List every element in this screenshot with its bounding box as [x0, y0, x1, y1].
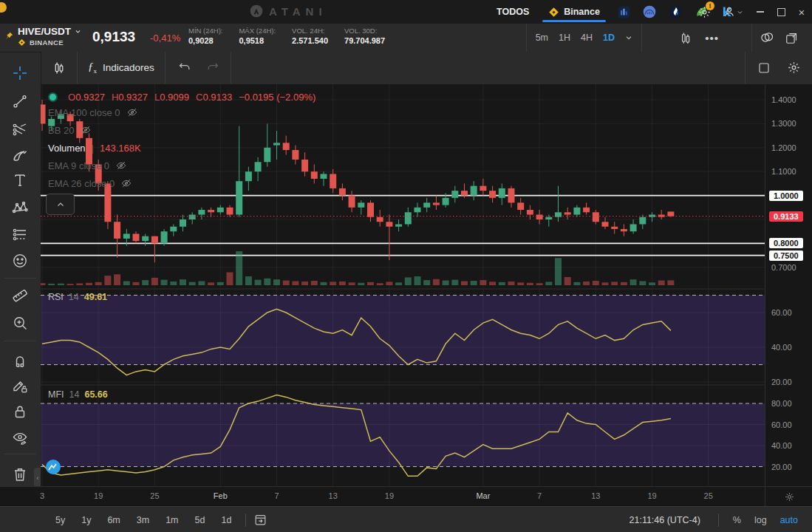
candle-type-button[interactable] [41, 52, 78, 83]
undo-redo-group [167, 52, 231, 83]
volume-bar [48, 284, 55, 285]
volume-bar [198, 281, 205, 285]
ohlc-legend-row[interactable]: O0.9327H0.9327L0.9099C0.9133−0.0195 (−2.… [48, 90, 322, 103]
price-axis[interactable]: 1.40001.30001.20001.10001.00000.70001.00… [765, 84, 812, 486]
interval-1D[interactable]: 1D [603, 33, 615, 43]
axis-settings-button[interactable] [765, 487, 812, 507]
tab-binance[interactable]: Binance [542, 0, 606, 24]
range-1m[interactable]: 1m [159, 512, 185, 528]
settings-gear-button[interactable]: ! [697, 5, 712, 19]
interval-1H[interactable]: 1H [559, 33, 570, 43]
more-options-button[interactable]: ••• [705, 32, 719, 44]
hide-drawings-tool[interactable] [7, 425, 33, 451]
candle-body [658, 215, 665, 217]
candle-body [386, 222, 392, 226]
chart-style-button[interactable] [679, 31, 693, 45]
price-axis-label: 20.00 [771, 378, 792, 386]
price-change-percent: -0,41% [150, 33, 180, 44]
emoji-tool[interactable] [7, 248, 33, 274]
log-scale-button[interactable]: log [748, 512, 774, 528]
rsi-name: RSI [48, 292, 64, 302]
lock-all-tool[interactable] [7, 398, 33, 425]
price-axis-badge[interactable]: 0.9133 [769, 211, 803, 222]
indicator-row[interactable]: Volumen|143.168K [48, 139, 322, 157]
chart-settings-gear-button[interactable] [787, 61, 801, 75]
price-axis-badge[interactable]: 1.0000 [769, 191, 803, 201]
indicator-row[interactable]: EMA 100 close 0 [48, 103, 322, 121]
percent-scale-button[interactable]: % [726, 512, 748, 528]
measure-ruler-tool[interactable] [7, 282, 33, 309]
time-axis-label: 19 [385, 491, 394, 500]
eye-off-icon[interactable] [80, 124, 92, 136]
separator [718, 514, 719, 527]
indicator-row[interactable]: EMA 26 close 0 [48, 174, 322, 192]
tab-todos[interactable]: TODOS [494, 7, 532, 17]
range-1d[interactable]: 1d [214, 512, 238, 528]
pop-out-chart-button[interactable] [785, 31, 799, 45]
range-3m[interactable]: 3m [130, 512, 156, 528]
go-to-date-button[interactable] [253, 513, 267, 527]
magnet-tool[interactable] [7, 347, 33, 374]
clock-timezone[interactable]: 21:11:46 (UTC-4) [619, 515, 711, 525]
maximize-pane-button[interactable] [757, 61, 771, 75]
indicator-row[interactable]: BB 20 [48, 121, 322, 139]
xabcd-pattern-tool[interactable] [7, 194, 33, 220]
redo-button[interactable] [206, 61, 220, 75]
range-6m[interactable]: 6m [100, 512, 126, 528]
indicator-row[interactable]: EMA 9 close 0 [48, 157, 322, 174]
range-5y[interactable]: 5y [49, 512, 72, 528]
volume-bar [133, 282, 140, 285]
window-maximize-button[interactable] [771, 0, 791, 24]
window-close-button[interactable]: × [791, 0, 812, 24]
volume-bar [217, 282, 224, 285]
projection-tool[interactable] [7, 221, 33, 248]
candle-body [423, 202, 430, 207]
window-minimize-button[interactable] [750, 0, 771, 24]
range-5d[interactable]: 5d [188, 512, 212, 528]
mfi-pane-label[interactable]: MFI 14 65.66 [48, 389, 108, 400]
crosshair-tool[interactable] [7, 60, 33, 86]
candle-body [583, 208, 590, 212]
eye-off-icon[interactable] [115, 160, 127, 171]
auto-scale-button[interactable]: auto [774, 512, 805, 528]
undo-button[interactable] [177, 61, 191, 75]
range-1y[interactable]: 1y [75, 512, 98, 528]
volume-bar [58, 284, 64, 285]
compare-overlay-button[interactable] [760, 30, 774, 45]
volume-bar [358, 283, 364, 285]
stat-value: 0,9028 [188, 36, 222, 45]
time-axis[interactable]: 31925Feb71319Mar7131925 [0, 486, 812, 507]
time-axis-label: 7 [537, 491, 542, 500]
symbol-info-bar: HIVE/USDT BINANCE 0,9133 -0,41% MÍN (24H… [0, 24, 812, 52]
indicators-button[interactable]: ƒx Indicadores [78, 52, 166, 83]
exchange-icon-kraken[interactable] [642, 4, 658, 20]
price-axis-label: 1.3000 [771, 119, 796, 128]
interval-4H[interactable]: 4H [581, 33, 593, 43]
pair-selector[interactable]: HIVE/USDT [18, 26, 81, 37]
trend-line-tool[interactable] [7, 88, 33, 115]
legend-collapse-button[interactable] [46, 194, 75, 215]
text-tool[interactable] [7, 167, 33, 194]
account-button[interactable] [719, 0, 740, 24]
atani-watermark [46, 460, 61, 474]
zoom-in-tool[interactable] [7, 310, 33, 336]
exchange-icon-bitfinex[interactable] [616, 4, 632, 20]
rsi-pane-label[interactable]: RSI 14 49.61 [48, 292, 107, 302]
interval-5m[interactable]: 5m [536, 33, 548, 43]
candle-body [508, 188, 515, 202]
eye-off-icon[interactable] [126, 106, 138, 118]
brush-tool[interactable] [7, 142, 33, 168]
volume-bar [658, 281, 665, 285]
price-axis-badge[interactable]: 0.7500 [769, 250, 803, 261]
remove-drawings-tool[interactable] [7, 461, 33, 488]
pin-icon[interactable] [4, 31, 14, 41]
chevron-down-icon[interactable] [625, 34, 632, 41]
atani-logo-text: ATANI [269, 5, 327, 18]
pitchfork-tool[interactable] [7, 115, 33, 142]
volume-bar [86, 283, 92, 285]
stat-value: 79.704.987 [344, 36, 385, 45]
eye-off-icon[interactable] [120, 177, 132, 189]
price-axis-badge[interactable]: 0.8000 [769, 238, 803, 248]
chart-area[interactable]: O0.9327H0.9327L0.9099C0.9133−0.0195 (−2.… [41, 84, 812, 486]
drawing-lock-pencil-tool[interactable] [7, 372, 33, 399]
